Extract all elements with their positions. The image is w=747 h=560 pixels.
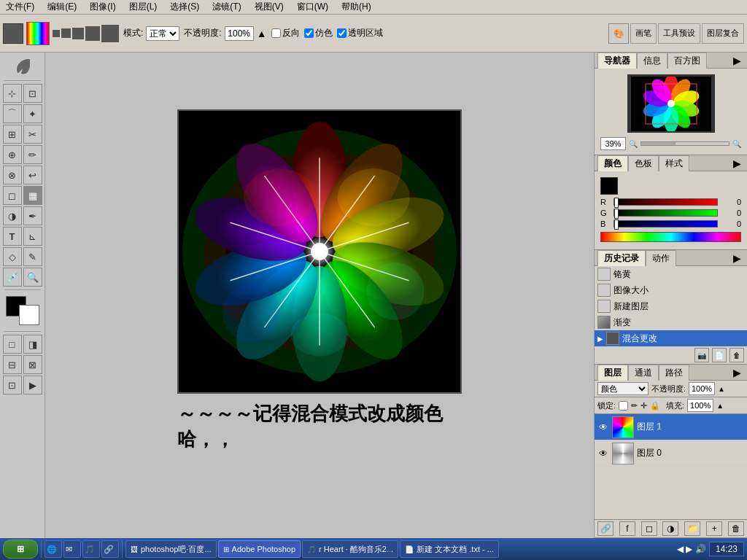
fg-bg-colors[interactable] bbox=[6, 296, 39, 325]
menu-image[interactable]: 图像(I) bbox=[87, 1, 118, 13]
menu-window[interactable]: 窗口(W) bbox=[294, 1, 331, 13]
brush-size-2[interactable] bbox=[61, 28, 71, 38]
tray-icons[interactable]: ◀ ▶ bbox=[677, 544, 692, 554]
lock-transparency[interactable] bbox=[619, 401, 628, 411]
zoom-in-icon[interactable]: 🔍 bbox=[732, 140, 741, 148]
b-slider-thumb[interactable] bbox=[614, 219, 619, 230]
tab-layers[interactable]: 图层 bbox=[597, 365, 628, 381]
mode-select[interactable]: 正常 bbox=[146, 26, 179, 41]
screen-mode-1[interactable]: ⊟ bbox=[3, 355, 22, 374]
layers-options-button[interactable]: ▶ bbox=[730, 367, 744, 378]
zoom-out-icon[interactable]: 🔍 bbox=[629, 140, 638, 148]
layers-group-btn[interactable]: 📁 bbox=[684, 521, 700, 536]
transparent-checkbox[interactable] bbox=[337, 28, 347, 38]
gradient-tool[interactable]: ▦ bbox=[23, 186, 42, 205]
layer-comp-btn[interactable]: 图层复合 bbox=[702, 23, 744, 44]
g-slider-track[interactable] bbox=[614, 209, 718, 217]
brush-size-1[interactable] bbox=[53, 30, 60, 37]
history-item-3[interactable]: 新建图层 bbox=[595, 298, 747, 314]
taskbar-icon-mail[interactable]: ✉ bbox=[63, 540, 81, 558]
clone-tool[interactable]: ⊗ bbox=[3, 166, 22, 184]
layers-delete-btn[interactable]: 🗑 bbox=[728, 521, 744, 536]
taskbar-app-music[interactable]: 🎵 r Heart · 酷狗音乐2... bbox=[302, 540, 398, 558]
layers-adjustment-btn[interactable]: ◑ bbox=[662, 521, 678, 536]
history-brush-tool[interactable]: ↩ bbox=[23, 166, 42, 184]
history-item-1[interactable]: 铬黄 bbox=[595, 266, 747, 282]
eraser-tool[interactable]: ◻ bbox=[3, 186, 22, 205]
r-slider-track[interactable] bbox=[614, 198, 718, 206]
shape-tool[interactable]: ◇ bbox=[3, 247, 22, 266]
history-snapshot-btn[interactable]: 📷 bbox=[694, 348, 709, 362]
layers-link-btn[interactable]: 🔗 bbox=[597, 521, 614, 536]
screen-mode-2[interactable]: ⊠ bbox=[23, 355, 42, 374]
color-fg-swatch[interactable] bbox=[600, 177, 618, 195]
layers-mask-btn[interactable]: ◻ bbox=[641, 521, 657, 536]
pen-tool[interactable]: ✒ bbox=[23, 206, 42, 225]
history-delete-btn[interactable]: 🗑 bbox=[729, 348, 744, 362]
r-slider-thumb[interactable] bbox=[614, 198, 619, 208]
taskbar-app-notepad[interactable]: 📄 新建 文本文档 .txt - ... bbox=[400, 540, 499, 558]
notes-tool[interactable]: ✎ bbox=[23, 247, 42, 266]
fill-value-input[interactable] bbox=[687, 399, 713, 412]
history-item-4[interactable]: 渐变 bbox=[595, 314, 747, 330]
opacity-arrow[interactable]: ▲ bbox=[257, 28, 267, 39]
opacity-input[interactable] bbox=[225, 26, 254, 41]
path-tool[interactable]: ⊾ bbox=[23, 227, 42, 246]
tool-preset-btn[interactable]: 工具预设 bbox=[658, 23, 700, 44]
tab-actions[interactable]: 动作 bbox=[646, 250, 676, 266]
brush-size-5[interactable] bbox=[101, 25, 119, 42]
opacity-value-input[interactable] bbox=[689, 382, 715, 395]
layers-fx-btn[interactable]: f bbox=[619, 521, 635, 536]
heal-tool[interactable]: ⊕ bbox=[3, 145, 22, 164]
eyedropper-tool[interactable]: 💉 bbox=[3, 268, 22, 287]
brush-size-3[interactable] bbox=[72, 28, 84, 39]
background-color[interactable] bbox=[19, 305, 39, 325]
selection-tool[interactable]: ⊡ bbox=[23, 84, 42, 103]
dodge-tool[interactable]: ◑ bbox=[3, 206, 22, 225]
color-options-button[interactable]: ▶ bbox=[730, 158, 744, 169]
taskbar-app-photoshop[interactable]: ⊞ Adobe Photoshop bbox=[218, 540, 301, 558]
color-spectrum-bar[interactable] bbox=[600, 232, 741, 242]
taskbar-app-photoshop-bar[interactable]: 🖼 photoshop吧·百度... bbox=[125, 540, 217, 558]
text-tool[interactable]: T bbox=[3, 227, 22, 246]
menu-select[interactable]: 选择(S) bbox=[167, 1, 202, 13]
blend-mode-select[interactable]: 颜色 bbox=[597, 382, 649, 395]
nav-preview-box[interactable] bbox=[627, 74, 715, 133]
layer-item-1[interactable]: 👁 图层 1 bbox=[595, 414, 747, 440]
menu-view[interactable]: 视图(V) bbox=[252, 1, 287, 13]
brush-preset-btn[interactable]: 画笔 bbox=[630, 23, 657, 44]
jump-to-ir[interactable]: ▶ bbox=[23, 376, 42, 394]
screen-mode-3[interactable]: ⊡ bbox=[3, 376, 22, 394]
tab-navigator[interactable]: 导航器 bbox=[597, 52, 637, 69]
b-slider-track[interactable] bbox=[614, 220, 718, 228]
layer-item-0[interactable]: 👁 图层 0 bbox=[595, 440, 747, 467]
history-options-button[interactable]: ▶ bbox=[730, 252, 744, 264]
crop-tool[interactable]: ⊞ bbox=[3, 125, 22, 144]
menu-help[interactable]: 帮助(H) bbox=[338, 1, 374, 13]
reverse-checkbox[interactable] bbox=[271, 28, 281, 38]
lasso-tool[interactable]: ⌒ bbox=[3, 104, 22, 123]
menu-filter[interactable]: 滤镜(T) bbox=[209, 1, 244, 13]
brush-size-4[interactable] bbox=[85, 26, 100, 41]
tab-style[interactable]: 样式 bbox=[659, 155, 689, 171]
tab-channels[interactable]: 通道 bbox=[628, 365, 659, 381]
menu-file[interactable]: 文件(F) bbox=[3, 1, 37, 13]
brush-tool[interactable]: ✏ bbox=[23, 145, 42, 164]
fill-arrow[interactable]: ▲ bbox=[716, 402, 724, 410]
layers-new-btn[interactable]: + bbox=[706, 521, 722, 536]
simulate-checkbox[interactable] bbox=[304, 28, 314, 38]
tab-paths[interactable]: 路径 bbox=[659, 365, 689, 381]
tab-swatches[interactable]: 色板 bbox=[628, 155, 659, 171]
quickmask-mode[interactable]: ◨ bbox=[23, 335, 42, 354]
menu-edit[interactable]: 编辑(E) bbox=[44, 1, 80, 13]
opacity-arrow[interactable]: ▲ bbox=[718, 385, 725, 393]
standard-mode[interactable]: □ bbox=[3, 335, 22, 354]
history-new-doc-btn[interactable]: 📄 bbox=[712, 348, 727, 362]
gradient-swatch[interactable] bbox=[26, 22, 50, 45]
taskbar-icon-ie[interactable]: 🌐 bbox=[44, 540, 62, 558]
start-button[interactable]: ⊞ bbox=[3, 540, 38, 559]
menu-layer[interactable]: 图层(L) bbox=[126, 1, 160, 13]
tray-network[interactable]: 🔊 bbox=[695, 544, 706, 554]
tab-info[interactable]: 信息 bbox=[637, 52, 667, 69]
taskbar-icon-net[interactable]: 🔗 bbox=[101, 540, 119, 558]
